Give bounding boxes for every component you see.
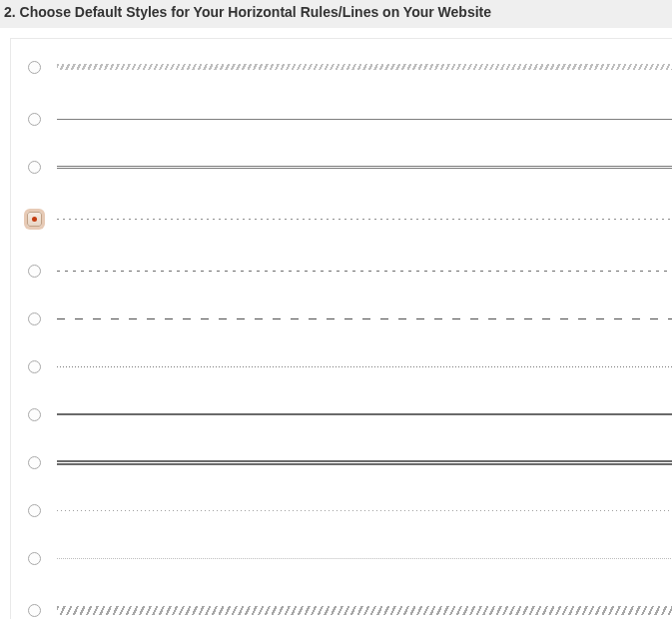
hr-style-preview[interactable] xyxy=(57,558,672,559)
hr-dashed-small-preview xyxy=(57,271,672,272)
hr-style-preview[interactable] xyxy=(57,119,672,120)
hr-double-thick-preview xyxy=(57,460,672,465)
radio-cell xyxy=(11,504,57,517)
hr-style-option-row xyxy=(11,486,672,534)
hr-style-preview[interactable] xyxy=(57,271,672,272)
radio-cell xyxy=(11,312,57,325)
hr-style-radio[interactable] xyxy=(27,212,42,227)
hr-style-radio[interactable] xyxy=(28,408,41,421)
hr-style-option-row xyxy=(11,390,672,438)
hr-style-option-row xyxy=(11,247,672,295)
hr-solid-preview xyxy=(57,119,672,120)
hr-dotted-tight-preview xyxy=(57,558,672,559)
hr-style-preview[interactable] xyxy=(57,460,672,465)
hr-hatched-preview xyxy=(57,64,672,70)
hr-style-options-panel xyxy=(10,38,672,619)
radio-dot-icon xyxy=(32,217,37,222)
hr-style-radio[interactable] xyxy=(28,265,41,278)
hr-style-preview[interactable] xyxy=(57,366,672,367)
section-title: 2. Choose Default Styles for Your Horizo… xyxy=(4,4,668,20)
hr-style-option-row xyxy=(11,143,672,191)
hr-style-option-row xyxy=(11,191,672,247)
section-number: 2. xyxy=(4,4,16,20)
radio-cell xyxy=(11,408,57,421)
hr-solid-thick-preview xyxy=(57,413,672,415)
radio-cell xyxy=(11,161,57,174)
hr-style-radio[interactable] xyxy=(28,61,41,74)
section-title-text: Choose Default Styles for Your Horizonta… xyxy=(20,4,491,20)
hr-double-preview xyxy=(57,166,672,169)
hr-style-radio[interactable] xyxy=(28,312,41,325)
radio-cell xyxy=(11,552,57,565)
hr-style-option-row xyxy=(11,295,672,342)
hr-dotted-sparse-preview xyxy=(57,510,672,511)
hr-style-preview[interactable] xyxy=(57,606,672,615)
hr-style-option-row xyxy=(11,342,672,390)
hr-style-option-row xyxy=(11,95,672,143)
hr-style-option-row xyxy=(11,582,672,619)
hr-style-option-row xyxy=(11,39,672,95)
hr-style-preview[interactable] xyxy=(57,510,672,511)
hr-style-radio[interactable] xyxy=(28,552,41,565)
hr-style-radio[interactable] xyxy=(28,161,41,174)
hr-style-preview[interactable] xyxy=(57,219,672,220)
radio-cell xyxy=(11,113,57,126)
hr-style-radio[interactable] xyxy=(28,504,41,517)
hr-dashed-fine-preview xyxy=(57,219,672,220)
hr-style-preview[interactable] xyxy=(57,413,672,415)
radio-cell xyxy=(11,360,57,373)
hr-style-preview[interactable] xyxy=(57,64,672,70)
hr-style-preview[interactable] xyxy=(57,166,672,169)
hr-style-option-row xyxy=(11,438,672,486)
hr-dashed-wide-preview xyxy=(57,318,672,319)
radio-cell xyxy=(11,265,57,278)
hr-style-preview[interactable] xyxy=(57,318,672,319)
section-header: 2. Choose Default Styles for Your Horizo… xyxy=(0,0,672,28)
radio-cell xyxy=(11,61,57,74)
hr-dotted-preview xyxy=(57,366,672,367)
hr-hatched-big-preview xyxy=(57,606,672,615)
hr-style-radio[interactable] xyxy=(28,360,41,373)
hr-style-option-row xyxy=(11,534,672,582)
hr-style-radio[interactable] xyxy=(28,113,41,126)
radio-cell xyxy=(11,456,57,469)
hr-style-radio[interactable] xyxy=(28,604,41,617)
hr-style-radio[interactable] xyxy=(28,456,41,469)
radio-cell xyxy=(11,212,57,227)
radio-cell xyxy=(11,604,57,617)
